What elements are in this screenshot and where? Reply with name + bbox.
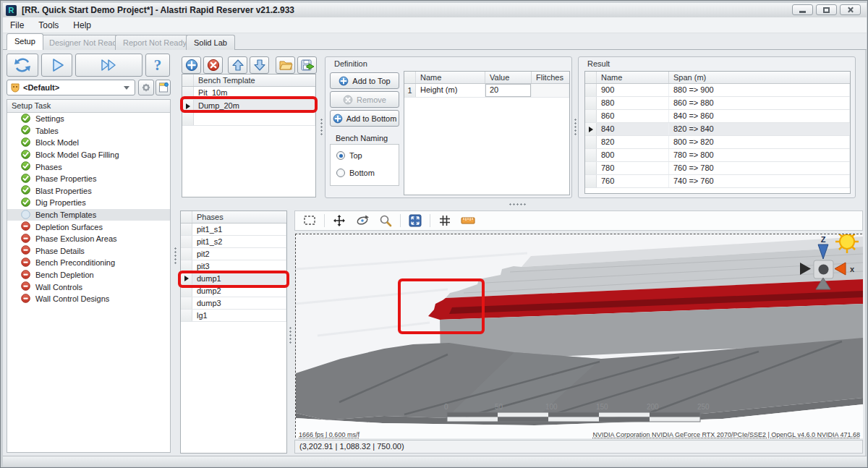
viewport-annotation-box <box>398 278 485 334</box>
result-row[interactable]: 800780 => 800 <box>585 149 850 162</box>
remove-circle-icon <box>343 95 353 105</box>
phase-row[interactable]: pit2 <box>181 248 286 260</box>
task-item[interactable]: Phases <box>7 161 170 173</box>
export-button[interactable] <box>297 56 317 74</box>
tab-setup[interactable]: Setup <box>7 33 43 50</box>
result-row[interactable]: 860840 => 860 <box>585 110 850 123</box>
row-marker <box>585 149 597 161</box>
task-item[interactable]: Phase Properties <box>7 173 170 185</box>
definition-splitter-handle[interactable] <box>574 118 576 135</box>
bench-template-annotation-box <box>180 96 318 113</box>
refresh-button[interactable] <box>7 54 38 77</box>
bench-template-row[interactable] <box>182 113 315 126</box>
marquee-select-tool[interactable] <box>301 213 318 229</box>
definition-row[interactable]: 1Height (m)20 <box>404 84 569 98</box>
radio-bottom[interactable]: Bottom <box>336 169 375 177</box>
definition-title: Definition <box>334 59 367 68</box>
row-marker-header <box>585 72 597 83</box>
add-template-button[interactable] <box>182 56 201 74</box>
blocked-status-icon <box>21 221 30 232</box>
phase-row-label: pit1_s2 <box>192 236 286 247</box>
move-up-button[interactable] <box>228 56 247 74</box>
done-status-icon <box>21 161 30 172</box>
grid-toggle-tool[interactable] <box>436 213 454 229</box>
move-down-button[interactable] <box>250 56 269 74</box>
measure-tool[interactable] <box>459 213 477 229</box>
add-to-bottom-button[interactable]: Add to Bottom <box>330 110 399 127</box>
result-span-cell: 860 => 880 <box>669 97 850 109</box>
notes-button[interactable] <box>156 80 171 95</box>
orbit-tool[interactable] <box>354 213 371 229</box>
task-item[interactable]: Bench Preconditioning <box>7 257 170 269</box>
phase-row-label: lg1 <box>192 310 286 321</box>
result-name-cell: 760 <box>597 175 669 187</box>
phase-row[interactable]: pit1_s1 <box>181 224 286 236</box>
result-row[interactable]: 820800 => 820 <box>585 136 850 149</box>
radio-top[interactable]: Top <box>336 151 362 160</box>
settings-gear-button[interactable] <box>138 80 154 95</box>
close-button[interactable] <box>840 4 861 15</box>
run-button[interactable] <box>41 54 72 77</box>
horizontal-splitter-handle[interactable] <box>509 203 526 205</box>
task-item[interactable]: Bench Templates <box>7 209 170 221</box>
app-icon: R <box>6 5 17 16</box>
remove-button[interactable]: Remove <box>330 91 399 108</box>
phase-row[interactable]: lg1 <box>181 310 286 322</box>
add-to-top-button[interactable]: Add to Top <box>330 72 399 89</box>
task-item[interactable]: Phase Details <box>7 245 170 258</box>
chevron-down-icon <box>124 86 129 90</box>
phase-row-label: pit2 <box>192 248 286 260</box>
zoom-tool[interactable] <box>377 213 394 229</box>
task-item[interactable]: Phase Exclusion Areas <box>7 233 170 245</box>
task-item[interactable]: Bench Depletion <box>7 269 170 281</box>
axis-x-label: x <box>850 265 855 273</box>
task-item[interactable]: Wall Controls <box>7 281 170 293</box>
task-item[interactable]: Depletion Surfaces <box>7 221 170 233</box>
menu-file[interactable]: File <box>3 18 31 33</box>
result-name-cell: 780 <box>597 162 669 174</box>
run-all-button[interactable] <box>75 54 142 77</box>
sidebar-splitter-handle[interactable] <box>174 247 176 264</box>
tab-report[interactable]: Report Not Ready <box>115 35 195 50</box>
task-item[interactable]: Wall Control Designs <box>7 293 170 305</box>
import-button[interactable] <box>276 56 295 74</box>
task-item[interactable]: Block Model Gap Filling <box>7 149 170 161</box>
delete-template-button[interactable] <box>203 56 223 74</box>
tab-solid-lab[interactable]: Solid Lab <box>186 35 235 50</box>
row-marker-header <box>182 75 194 86</box>
menu-help[interactable]: Help <box>66 18 98 33</box>
result-row[interactable]: 900880 => 900 <box>585 84 850 97</box>
viewport-3d-canvas[interactable]: Z x 050100150200250 1666 fps | 0.600 <box>295 234 862 438</box>
viewport-toolbar <box>294 210 863 231</box>
phase-row[interactable]: dump3 <box>181 297 286 310</box>
minimize-button[interactable] <box>792 4 813 15</box>
pan-tool[interactable] <box>331 213 348 229</box>
task-item[interactable]: Block Model <box>7 137 170 149</box>
title-bar[interactable]: R [RR. Quick Start Demo Project*] - Alas… <box>3 3 867 17</box>
phases-splitter-handle[interactable] <box>289 326 292 344</box>
definition-flitches-cell[interactable] <box>532 84 569 97</box>
close-icon <box>847 7 854 13</box>
gpu-readout: NVIDIA Corporation NVIDIA GeForce RTX 20… <box>592 431 860 438</box>
maximize-button[interactable] <box>816 4 837 15</box>
help-button[interactable]: ? <box>145 54 170 77</box>
row-marker <box>585 97 597 109</box>
phase-row[interactable]: pit1_s2 <box>181 236 286 248</box>
result-row[interactable]: 840820 => 840 <box>585 123 850 136</box>
menu-tools[interactable]: Tools <box>31 18 66 33</box>
task-item[interactable]: Settings <box>7 113 170 125</box>
result-row[interactable]: 760740 => 760 <box>585 175 850 188</box>
remove-label: Remove <box>357 95 386 104</box>
menu-bar: File Tools Help <box>3 17 867 33</box>
result-row[interactable]: 880860 => 880 <box>585 97 850 110</box>
remove-circle-icon <box>207 59 220 72</box>
task-item[interactable]: Dig Properties <box>7 197 170 209</box>
task-item[interactable]: Blast Properties <box>7 185 170 197</box>
done-status-icon <box>21 197 30 208</box>
bench-splitter-handle[interactable] <box>320 118 323 135</box>
definition-value-cell[interactable]: 20 <box>485 84 532 97</box>
task-item[interactable]: Tables <box>7 125 170 137</box>
profile-dropdown[interactable]: <Default> <box>7 80 135 95</box>
zoom-fit-tool[interactable] <box>407 213 424 229</box>
result-row[interactable]: 780760 => 780 <box>585 162 850 175</box>
